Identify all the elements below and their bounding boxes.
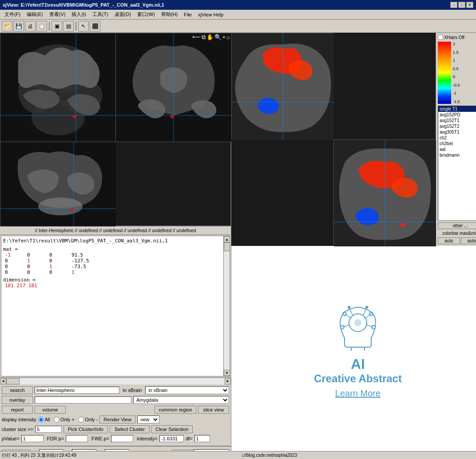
atlas-item-avg152pd[interactable]: avg152PD <box>438 112 476 118</box>
pvalue-input[interactable] <box>21 435 44 442</box>
svg-point-26 <box>354 319 361 326</box>
nav-hand-icon[interactable]: ✋ <box>206 34 214 41</box>
left-panel: ⟵ ⧉ ✋ 🔍 + ⌂ <box>0 33 231 459</box>
svg-point-21 <box>401 223 405 227</box>
overlay-select[interactable]: Amygdala <box>133 396 229 404</box>
toolbar-view1[interactable]: ▣ <box>52 21 62 32</box>
menu-file[interactable]: 文件(F) <box>2 10 23 19</box>
brain-view-right-bottom[interactable] <box>333 139 436 246</box>
nav-zoom-out-icon[interactable]: 🔍 <box>214 34 222 41</box>
brain-view-bottom[interactable]: ◄ <box>0 142 231 226</box>
cluster-size-input[interactable] <box>35 426 62 433</box>
slice-view-button[interactable]: slice view <box>198 406 229 414</box>
overlay-button[interactable]: overlay <box>2 396 33 404</box>
atlas-item-brodmann[interactable]: brodmann <box>438 152 476 158</box>
auto-right-button[interactable]: auto <box>461 237 476 244</box>
svg-text:◄: ◄ <box>71 113 77 120</box>
intensity-input[interactable] <box>159 435 184 442</box>
volume-button[interactable]: volume <box>35 406 66 414</box>
report-button[interactable]: report <box>2 406 33 414</box>
radio-only-plus-option[interactable]: Only + <box>54 417 75 423</box>
brain-view-axial[interactable]: ◄ <box>0 33 115 142</box>
menu-view[interactable]: 查看(V) <box>47 10 68 19</box>
menu-tools[interactable]: 工具(T) <box>90 10 111 19</box>
brain-view-right-top[interactable] <box>231 33 333 139</box>
atlas-item-avg152t1[interactable]: avg152T1 <box>438 118 476 123</box>
svg-text:◄: ◄ <box>168 113 175 120</box>
toolbar-open[interactable]: 📂 <box>2 21 12 32</box>
atlas-item-aal[interactable]: aal <box>438 146 476 152</box>
xbrain-select[interactable]: in xBrain <box>145 386 229 394</box>
info-matrix-row3: 0 0 1 -73.5 <box>5 264 222 269</box>
nav-zoom-in-icon[interactable]: + <box>222 34 226 41</box>
toolbar-save[interactable]: 💾 <box>13 21 24 32</box>
radio-only-plus-label: Only + <box>60 417 75 422</box>
atlas-item-ch2bet[interactable]: ch2bet <box>438 141 476 146</box>
h-scroll-right[interactable]: ► <box>225 378 231 384</box>
menu-window[interactable]: 窗口(W) <box>135 10 158 19</box>
toolbar-view2[interactable]: ▤ <box>63 21 74 32</box>
h-scroll-thumb[interactable] <box>6 378 20 384</box>
atlas-item-ch2[interactable]: ch2 <box>438 135 476 141</box>
menu-desktop[interactable]: 桌面(D) <box>112 10 134 19</box>
toolbar-copy[interactable]: 📋 <box>36 21 47 32</box>
common-region-button[interactable]: common region <box>155 406 196 414</box>
close-button[interactable]: ✕ <box>466 2 473 8</box>
menu-edit[interactable]: 编辑(E) <box>24 10 46 19</box>
atlas-list[interactable]: single T1 avg152PD avg152T1 avg152T2 avg… <box>438 106 476 221</box>
nav-copy-icon[interactable]: ⧉ <box>202 34 206 41</box>
mat-r2c4: -127.5 <box>71 258 89 264</box>
scroll-down-arrow[interactable]: ▼ <box>224 370 230 376</box>
auto-left-button[interactable]: auto <box>438 237 460 244</box>
learn-more-link[interactable]: Learn More <box>335 388 381 399</box>
info-dimension-label: dimension = <box>3 277 222 283</box>
colorbar-auto-row: auto auto <box>438 237 476 244</box>
colorbar-container: 2 1.5 1 0.5 0 -0.5 -1 -1.5 <box>438 42 476 104</box>
atlas-item-avg305t1[interactable]: avg305T1 <box>438 129 476 135</box>
fwe-input[interactable] <box>111 435 133 442</box>
brain-view-coronal[interactable]: ◄ <box>115 33 231 142</box>
h-scroll-left[interactable]: ◄ <box>0 378 6 384</box>
render-view-button[interactable]: Render View <box>99 415 135 423</box>
xhairs-label: XHairs Off <box>444 35 464 40</box>
radio-group: All Only + Only - <box>38 417 98 423</box>
menu-xjview-help[interactable]: xjView Help <box>195 11 226 18</box>
menu-help[interactable]: 帮助(H) <box>159 10 180 19</box>
minimize-button[interactable]: − <box>450 2 457 8</box>
menu-file-en[interactable]: File <box>181 11 194 18</box>
radio-only-plus-input[interactable] <box>54 417 60 423</box>
toolbar-extra[interactable]: ⬛ <box>90 21 100 32</box>
bottom-url: https://blog.csdn.net/sophia2023 <box>233 453 297 458</box>
info-matrix-row1: -1 0 0 91.5 <box>5 252 222 258</box>
xhairs-checkbox[interactable] <box>438 35 443 40</box>
scroll-up-arrow[interactable]: ▲ <box>224 236 230 242</box>
toolbar-print[interactable]: 🖨 <box>25 21 36 32</box>
radio-all-option[interactable]: All <box>38 417 50 423</box>
overlay-input[interactable] <box>35 396 131 404</box>
brain-svg-coronal: ◄ <box>116 33 231 142</box>
render-dropdown[interactable]: new <box>137 415 159 423</box>
search-button[interactable]: search <box>2 386 33 394</box>
radio-only-minus-option[interactable]: Only - <box>78 417 98 423</box>
atlas-item-single-t1[interactable]: single T1 <box>438 106 476 112</box>
colorbar-svg <box>438 42 451 104</box>
menu-insert[interactable]: 插入(I) <box>69 10 88 19</box>
atlas-item-avg152t2[interactable]: avg152T2 <box>438 123 476 129</box>
fdr-input[interactable] <box>66 435 88 442</box>
nav-home-icon[interactable]: ⌂ <box>226 34 230 41</box>
other-button[interactable]: other ... <box>438 222 476 229</box>
nav-back-icon[interactable]: ⟵ <box>192 34 201 41</box>
overlay-row: overlay Amygdala <box>2 396 229 404</box>
df-input[interactable] <box>194 435 210 442</box>
radio-all-input[interactable] <box>38 417 44 423</box>
pick-cluster-button[interactable]: Pick Cluster/Info <box>63 425 108 433</box>
maximize-button[interactable]: □ <box>458 2 465 8</box>
clear-selection-button[interactable]: Clear Selection <box>151 425 193 433</box>
window-title: xjView: E:\Yefen\T1\result\VBM\GM\logP5_… <box>3 2 164 8</box>
scroll-thumb[interactable] <box>224 242 230 251</box>
search-input[interactable] <box>35 387 119 394</box>
select-cluster-button[interactable]: Select Cluster <box>110 425 150 433</box>
radio-only-minus-input[interactable] <box>78 417 84 423</box>
mat-r3c2: 0 <box>27 264 40 269</box>
toolbar-cursor[interactable]: ↖ <box>78 21 89 32</box>
